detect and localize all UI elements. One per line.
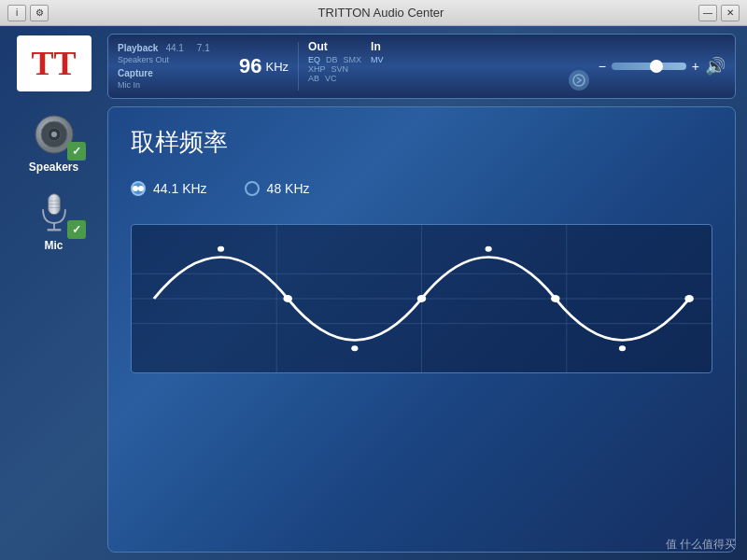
out-title: Out <box>308 40 361 53</box>
goto-icon <box>572 74 585 87</box>
radio-48-circle[interactable] <box>245 181 260 196</box>
freq-display: 96 KHz <box>239 40 289 92</box>
main-container: TT ✓ Sp <box>0 26 747 560</box>
speakers-device-item[interactable]: ✓ Speakers <box>29 110 78 174</box>
speakers-icon-container: ✓ <box>30 110 78 159</box>
out-section: Out EQ DB SMX XHP SVN AB VC <box>308 40 361 92</box>
volume-slider-thumb[interactable] <box>650 60 663 73</box>
main-panel: 取样频率 44.1 KHz 48 KHz <box>107 106 736 553</box>
freq-unit: KHz <box>265 60 289 74</box>
out-svn[interactable]: SVN <box>331 64 349 74</box>
playback-label: Playback <box>118 43 158 53</box>
mic-device-item[interactable]: ✓ Mic <box>30 189 78 252</box>
speakers-check-badge: ✓ <box>67 142 86 161</box>
waveform-display <box>131 224 712 373</box>
volume-minus-button[interactable]: − <box>599 59 606 74</box>
settings-button[interactable]: ⚙ <box>30 5 49 21</box>
radio-48-label: 48 KHz <box>267 181 310 196</box>
radio-441-circle[interactable] <box>131 181 146 196</box>
svg-point-21 <box>218 246 224 252</box>
goto-button[interactable] <box>569 70 589 91</box>
svg-point-23 <box>351 345 358 351</box>
out-smx[interactable]: SMX <box>344 55 362 64</box>
svg-point-10 <box>573 75 585 86</box>
header-channels: 7.1 <box>197 43 210 53</box>
in-mv[interactable]: MV <box>371 55 384 64</box>
svg-point-20 <box>684 295 694 302</box>
minimize-button[interactable]: — <box>698 5 717 21</box>
volume-speaker-icon: 🔊 <box>705 56 726 77</box>
out-xhp[interactable]: XHP <box>308 64 326 74</box>
content-area: Playback 44.1 7.1 Speakers Out Capture M… <box>107 26 747 560</box>
mic-check-badge: ✓ <box>67 220 86 239</box>
svg-point-19 <box>551 295 560 302</box>
info-button[interactable]: i <box>7 5 26 21</box>
svg-point-22 <box>486 246 492 252</box>
app-title: TRITTON Audio Center <box>63 6 698 20</box>
volume-plus-button[interactable]: + <box>692 59 699 74</box>
header-bar: Playback 44.1 7.1 Speakers Out Capture M… <box>107 34 736 99</box>
logo-text: TT <box>31 47 76 80</box>
sidebar: TT ✓ Sp <box>0 26 107 560</box>
svg-point-18 <box>417 295 427 302</box>
header-device-info: Playback 44.1 7.1 Speakers Out Capture M… <box>118 40 230 92</box>
radio-441-label: 44.1 KHz <box>153 181 207 196</box>
speakers-label: Speakers <box>29 161 78 174</box>
radio-option-441[interactable]: 44.1 KHz <box>131 181 207 196</box>
in-title: In <box>371 40 384 53</box>
panel-title: 取样频率 <box>131 126 712 159</box>
close-button[interactable]: ✕ <box>721 5 740 21</box>
header-separator <box>298 42 299 91</box>
sample-rate-radio-group: 44.1 KHz 48 KHz <box>131 181 712 196</box>
watermark: 值 什么值得买 <box>666 537 736 553</box>
freq-main: 96 <box>239 56 261 77</box>
svg-point-17 <box>283 295 292 302</box>
volume-control: − + 🔊 <box>599 40 726 92</box>
svg-point-3 <box>51 132 57 137</box>
header-small-freq: 44.1 <box>165 43 183 53</box>
mic-in-label: Mic In <box>118 80 140 90</box>
speakers-out-label: Speakers Out <box>118 55 169 64</box>
app-logo: TT <box>17 35 92 91</box>
out-ab[interactable]: AB <box>308 74 319 83</box>
waveform-grid <box>132 225 712 372</box>
svg-point-24 <box>619 345 626 351</box>
mic-icon <box>37 192 71 233</box>
out-vc[interactable]: VC <box>325 74 337 83</box>
mic-label: Mic <box>44 239 63 252</box>
out-eq[interactable]: EQ <box>308 55 320 64</box>
capture-label: Capture <box>118 68 153 78</box>
title-bar: i ⚙ TRITTON Audio Center — ✕ <box>0 0 747 26</box>
in-section: In MV <box>371 40 384 92</box>
out-db[interactable]: DB <box>326 55 338 64</box>
volume-slider[interactable] <box>612 63 686 70</box>
mic-icon-container: ✓ <box>30 189 78 237</box>
radio-option-48[interactable]: 48 KHz <box>245 181 310 196</box>
